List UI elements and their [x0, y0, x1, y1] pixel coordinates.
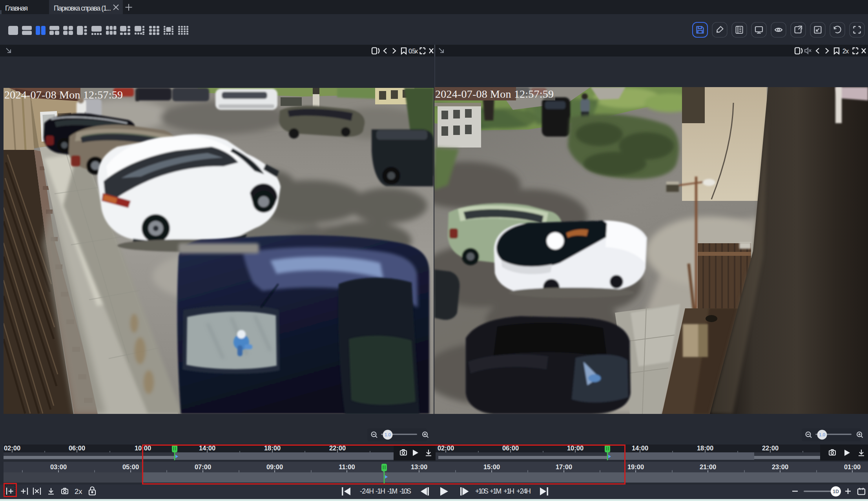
- svg-text:+1H: +1H: [503, 487, 514, 495]
- svg-text:11:00: 11:00: [339, 463, 355, 470]
- svg-text:0.5x: 0.5x: [408, 48, 418, 55]
- svg-text:23:00: 23:00: [772, 463, 788, 470]
- svg-text:09:00: 09:00: [266, 463, 283, 470]
- svg-text:19:00: 19:00: [627, 463, 644, 470]
- svg-text:Парковка справа (1...: Парковка справа (1...: [54, 4, 111, 12]
- svg-text:01:00: 01:00: [844, 463, 861, 470]
- svg-text:-24H: -24H: [360, 487, 374, 495]
- svg-text:15:00: 15:00: [483, 463, 500, 470]
- svg-text:03:00: 03:00: [50, 463, 67, 470]
- svg-text:05:00: 05:00: [122, 463, 139, 470]
- svg-text:18:00: 18:00: [697, 445, 713, 452]
- svg-text:+1M: +1M: [490, 487, 501, 495]
- svg-text:1D: 1D: [833, 489, 839, 494]
- svg-text:1.0: 1.0: [819, 432, 825, 437]
- svg-text:22:00: 22:00: [762, 445, 779, 452]
- svg-text:07:00: 07:00: [195, 463, 211, 470]
- svg-text:2x: 2x: [842, 48, 849, 55]
- svg-text:+10S: +10S: [475, 487, 489, 495]
- svg-text:21:00: 21:00: [700, 463, 716, 470]
- svg-text:17:00: 17:00: [556, 463, 572, 470]
- svg-text:14:00: 14:00: [632, 445, 648, 452]
- svg-text:+24H: +24H: [516, 487, 531, 495]
- svg-text:-1H: -1H: [376, 487, 385, 495]
- svg-text:13:00: 13:00: [411, 463, 427, 470]
- svg-text:-1M: -1M: [387, 487, 398, 495]
- svg-text:02:00: 02:00: [4, 445, 20, 452]
- svg-text:1.0: 1.0: [385, 432, 391, 437]
- svg-text:2x: 2x: [75, 487, 82, 496]
- svg-text:Главная: Главная: [5, 4, 28, 12]
- svg-text:-10S: -10S: [399, 487, 411, 495]
- svg-text:06:00: 06:00: [69, 445, 85, 452]
